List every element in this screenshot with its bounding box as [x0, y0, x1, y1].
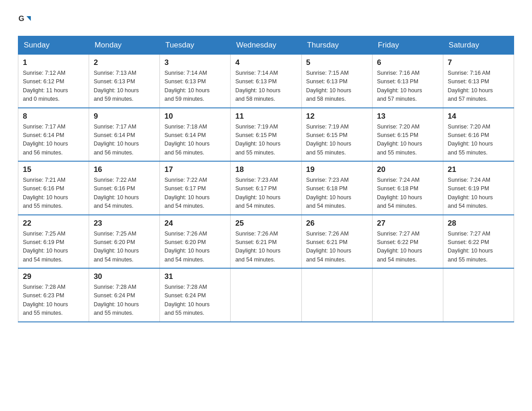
day-info: Sunrise: 7:26 AM Sunset: 6:21 PM Dayligh…	[306, 230, 368, 265]
calendar-cell	[443, 268, 514, 322]
day-number: 27	[377, 219, 438, 228]
day-info: Sunrise: 7:28 AM Sunset: 6:23 PM Dayligh…	[23, 283, 84, 318]
calendar-cell: 7 Sunrise: 7:16 AM Sunset: 6:13 PM Dayli…	[443, 55, 514, 108]
header-day-thursday: Thursday	[301, 36, 372, 55]
calendar-cell: 15 Sunrise: 7:21 AM Sunset: 6:16 PM Dayl…	[18, 161, 89, 215]
day-info: Sunrise: 7:19 AM Sunset: 6:15 PM Dayligh…	[306, 123, 368, 158]
day-number: 8	[23, 112, 84, 121]
calendar-cell: 29 Sunrise: 7:28 AM Sunset: 6:23 PM Dayl…	[18, 268, 89, 322]
day-info: Sunrise: 7:16 AM Sunset: 6:13 PM Dayligh…	[377, 69, 438, 104]
day-info: Sunrise: 7:23 AM Sunset: 6:18 PM Dayligh…	[306, 176, 368, 211]
calendar-cell: 23 Sunrise: 7:25 AM Sunset: 6:20 PM Dayl…	[89, 215, 160, 269]
header-day-saturday: Saturday	[443, 36, 514, 55]
week-row-3: 15 Sunrise: 7:21 AM Sunset: 6:16 PM Dayl…	[18, 161, 514, 215]
calendar-cell: 9 Sunrise: 7:17 AM Sunset: 6:14 PM Dayli…	[89, 108, 160, 162]
day-info: Sunrise: 7:24 AM Sunset: 6:18 PM Dayligh…	[377, 176, 438, 211]
day-number: 15	[23, 165, 84, 174]
calendar-cell: 25 Sunrise: 7:26 AM Sunset: 6:21 PM Dayl…	[231, 215, 301, 269]
calendar-cell: 20 Sunrise: 7:24 AM Sunset: 6:18 PM Dayl…	[372, 161, 443, 215]
day-number: 25	[235, 219, 296, 228]
day-number: 14	[448, 112, 509, 121]
day-number: 19	[306, 165, 368, 174]
day-number: 23	[94, 219, 155, 228]
day-info: Sunrise: 7:26 AM Sunset: 6:20 PM Dayligh…	[164, 230, 226, 265]
day-info: Sunrise: 7:13 AM Sunset: 6:13 PM Dayligh…	[94, 69, 155, 104]
logo: G	[18, 13, 33, 27]
calendar-cell: 1 Sunrise: 7:12 AM Sunset: 6:12 PM Dayli…	[18, 55, 89, 108]
day-number: 10	[164, 112, 226, 121]
calendar-cell: 11 Sunrise: 7:19 AM Sunset: 6:15 PM Dayl…	[231, 108, 301, 162]
day-number: 28	[448, 219, 509, 228]
calendar-header: SundayMondayTuesdayWednesdayThursdayFrid…	[18, 36, 514, 55]
calendar-cell: 22 Sunrise: 7:25 AM Sunset: 6:19 PM Dayl…	[18, 215, 89, 269]
day-info: Sunrise: 7:26 AM Sunset: 6:21 PM Dayligh…	[235, 230, 296, 265]
day-info: Sunrise: 7:17 AM Sunset: 6:14 PM Dayligh…	[23, 123, 84, 158]
calendar-cell: 17 Sunrise: 7:22 AM Sunset: 6:17 PM Dayl…	[160, 161, 231, 215]
day-info: Sunrise: 7:19 AM Sunset: 6:15 PM Dayligh…	[235, 123, 296, 158]
day-info: Sunrise: 7:16 AM Sunset: 6:13 PM Dayligh…	[448, 69, 509, 104]
calendar-cell: 12 Sunrise: 7:19 AM Sunset: 6:15 PM Dayl…	[301, 108, 372, 162]
day-info: Sunrise: 7:21 AM Sunset: 6:16 PM Dayligh…	[23, 176, 84, 211]
calendar-cell	[372, 268, 443, 322]
day-number: 4	[235, 58, 296, 67]
calendar-cell: 30 Sunrise: 7:28 AM Sunset: 6:24 PM Dayl…	[89, 268, 160, 322]
svg-marker-1	[26, 16, 31, 21]
day-info: Sunrise: 7:12 AM Sunset: 6:12 PM Dayligh…	[23, 69, 84, 104]
calendar-cell: 16 Sunrise: 7:22 AM Sunset: 6:16 PM Dayl…	[89, 161, 160, 215]
day-number: 17	[164, 165, 226, 174]
day-info: Sunrise: 7:14 AM Sunset: 6:13 PM Dayligh…	[235, 69, 296, 104]
day-number: 6	[377, 58, 438, 67]
calendar-table: SundayMondayTuesdayWednesdayThursdayFrid…	[18, 36, 514, 322]
day-info: Sunrise: 7:14 AM Sunset: 6:13 PM Dayligh…	[164, 69, 226, 104]
header-day-tuesday: Tuesday	[160, 36, 231, 55]
day-number: 24	[164, 219, 226, 228]
calendar-cell: 26 Sunrise: 7:26 AM Sunset: 6:21 PM Dayl…	[301, 215, 372, 269]
day-number: 5	[306, 58, 368, 67]
calendar-cell: 14 Sunrise: 7:20 AM Sunset: 6:16 PM Dayl…	[443, 108, 514, 162]
day-number: 31	[164, 272, 226, 281]
day-number: 1	[23, 58, 84, 67]
day-number: 7	[448, 58, 509, 67]
day-number: 20	[377, 165, 438, 174]
logo-icon: G	[18, 13, 31, 27]
day-info: Sunrise: 7:25 AM Sunset: 6:19 PM Dayligh…	[23, 230, 84, 265]
calendar-cell: 28 Sunrise: 7:27 AM Sunset: 6:22 PM Dayl…	[443, 215, 514, 269]
day-info: Sunrise: 7:24 AM Sunset: 6:19 PM Dayligh…	[448, 176, 509, 211]
day-number: 11	[235, 112, 296, 121]
calendar-cell: 31 Sunrise: 7:28 AM Sunset: 6:24 PM Dayl…	[160, 268, 231, 322]
day-info: Sunrise: 7:27 AM Sunset: 6:22 PM Dayligh…	[377, 230, 438, 265]
calendar-cell: 3 Sunrise: 7:14 AM Sunset: 6:13 PM Dayli…	[160, 55, 231, 108]
day-info: Sunrise: 7:20 AM Sunset: 6:16 PM Dayligh…	[448, 123, 509, 158]
calendar-cell: 10 Sunrise: 7:18 AM Sunset: 6:14 PM Dayl…	[160, 108, 231, 162]
day-info: Sunrise: 7:28 AM Sunset: 6:24 PM Dayligh…	[94, 283, 155, 318]
calendar-cell	[301, 268, 372, 322]
day-info: Sunrise: 7:22 AM Sunset: 6:17 PM Dayligh…	[164, 176, 226, 211]
header-row: SundayMondayTuesdayWednesdayThursdayFrid…	[18, 36, 514, 55]
calendar-cell: 6 Sunrise: 7:16 AM Sunset: 6:13 PM Dayli…	[372, 55, 443, 108]
day-number: 22	[23, 219, 84, 228]
day-info: Sunrise: 7:25 AM Sunset: 6:20 PM Dayligh…	[94, 230, 155, 265]
svg-text:G: G	[18, 14, 24, 23]
header-day-monday: Monday	[89, 36, 160, 55]
day-number: 29	[23, 272, 84, 281]
day-number: 18	[235, 165, 296, 174]
calendar-body: 1 Sunrise: 7:12 AM Sunset: 6:12 PM Dayli…	[18, 55, 514, 322]
week-row-5: 29 Sunrise: 7:28 AM Sunset: 6:23 PM Dayl…	[18, 268, 514, 322]
week-row-4: 22 Sunrise: 7:25 AM Sunset: 6:19 PM Dayl…	[18, 215, 514, 269]
day-info: Sunrise: 7:28 AM Sunset: 6:24 PM Dayligh…	[164, 283, 226, 318]
header-day-sunday: Sunday	[18, 36, 89, 55]
day-number: 12	[306, 112, 368, 121]
day-number: 9	[94, 112, 155, 121]
day-number: 2	[94, 58, 155, 67]
day-number: 16	[94, 165, 155, 174]
calendar-cell	[231, 268, 301, 322]
header-day-wednesday: Wednesday	[231, 36, 301, 55]
calendar-cell: 18 Sunrise: 7:23 AM Sunset: 6:17 PM Dayl…	[231, 161, 301, 215]
day-info: Sunrise: 7:15 AM Sunset: 6:13 PM Dayligh…	[306, 69, 368, 104]
calendar-cell: 2 Sunrise: 7:13 AM Sunset: 6:13 PM Dayli…	[89, 55, 160, 108]
day-info: Sunrise: 7:27 AM Sunset: 6:22 PM Dayligh…	[448, 230, 509, 265]
day-number: 30	[94, 272, 155, 281]
calendar-cell: 19 Sunrise: 7:23 AM Sunset: 6:18 PM Dayl…	[301, 161, 372, 215]
header-day-friday: Friday	[372, 36, 443, 55]
calendar-cell: 4 Sunrise: 7:14 AM Sunset: 6:13 PM Dayli…	[231, 55, 301, 108]
